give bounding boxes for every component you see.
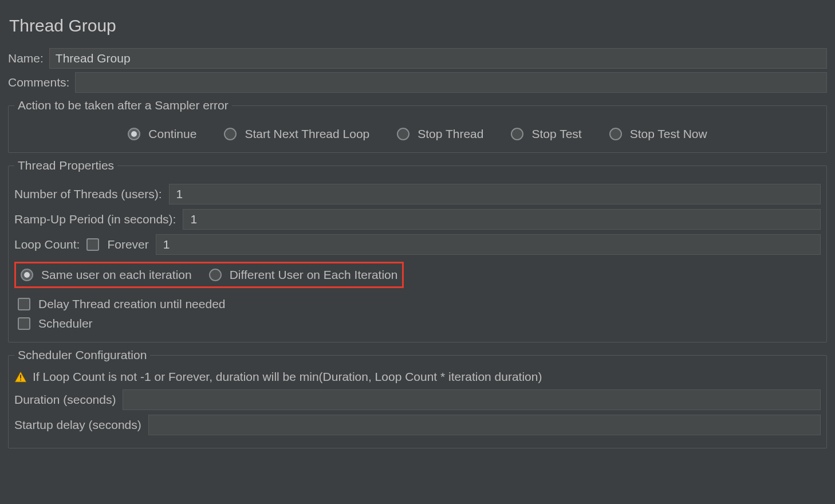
warning-icon: [14, 371, 27, 383]
radio-continue[interactable]: Continue: [128, 127, 196, 141]
radio-label: Continue: [148, 127, 196, 141]
ramp-up-row: Ramp-Up Period (in seconds):: [14, 209, 821, 230]
radio-start-next-thread-loop[interactable]: Start Next Thread Loop: [224, 127, 369, 141]
radio-same-user[interactable]: Same user on each iteration: [21, 268, 192, 282]
num-threads-input[interactable]: [169, 184, 821, 204]
radio-stop-thread[interactable]: Stop Thread: [397, 127, 483, 141]
checkbox-icon: [18, 317, 30, 330]
radio-stop-test-now[interactable]: Stop Test Now: [609, 127, 707, 141]
loop-count-input[interactable]: [156, 234, 821, 255]
forever-label: Forever: [107, 238, 148, 251]
startup-delay-row: Startup delay (seconds): [14, 415, 821, 435]
radio-label: Stop Test: [531, 127, 581, 141]
comments-label: Comments:: [8, 76, 69, 89]
thread-properties-legend: Thread Properties: [14, 159, 117, 172]
startup-delay-label: Startup delay (seconds): [14, 418, 141, 432]
radio-stop-test[interactable]: Stop Test: [511, 127, 581, 141]
duration-label: Duration (seconds): [14, 393, 116, 407]
radio-label: Start Next Thread Loop: [245, 127, 369, 141]
thread-properties-group: Thread Properties Number of Threads (use…: [8, 159, 827, 342]
ramp-up-input[interactable]: [183, 209, 821, 230]
user-per-iteration-highlight: Same user on each iteration Different Us…: [14, 262, 404, 288]
loop-count-row: Loop Count: Forever: [14, 234, 821, 255]
sampler-error-options: Continue Start Next Thread Loop Stop Thr…: [14, 119, 821, 144]
checkbox-icon: [86, 238, 99, 251]
radio-label: Stop Test Now: [630, 127, 707, 141]
duration-input[interactable]: [123, 389, 821, 410]
ramp-up-label: Ramp-Up Period (in seconds):: [14, 212, 176, 226]
radio-icon: [21, 269, 33, 281]
radio-icon: [397, 128, 409, 140]
sampler-error-legend: Action to be taken after a Sampler error: [14, 99, 232, 112]
comments-input[interactable]: [75, 72, 827, 93]
page-title: Thread Group: [9, 16, 827, 36]
radio-icon: [609, 128, 622, 140]
name-input[interactable]: [49, 48, 827, 69]
startup-delay-input[interactable]: [148, 415, 821, 435]
radio-label: Stop Thread: [418, 127, 483, 141]
checkbox-icon: [18, 298, 30, 310]
radio-different-user[interactable]: Different User on Each Iteration: [209, 268, 398, 282]
name-label: Name:: [8, 52, 44, 65]
delay-thread-creation-label: Delay Thread creation until needed: [38, 297, 226, 311]
thread-group-panel: Thread Group Name: Comments: Action to b…: [0, 0, 835, 454]
radio-label: Same user on each iteration: [41, 268, 192, 282]
scheduler-checkbox[interactable]: Scheduler: [18, 317, 93, 330]
radio-icon: [224, 128, 237, 140]
duration-row: Duration (seconds): [14, 389, 821, 410]
num-threads-label: Number of Threads (users):: [14, 187, 162, 201]
name-row: Name:: [8, 48, 827, 69]
radio-icon: [511, 128, 523, 140]
loop-count-label: Loop Count:: [14, 238, 80, 251]
radio-label: Different User on Each Iteration: [230, 268, 398, 282]
scheduler-config-legend: Scheduler Configuration: [14, 348, 150, 362]
svg-rect-1: [20, 380, 21, 381]
sampler-error-group: Action to be taken after a Sampler error…: [8, 99, 827, 153]
scheduler-label: Scheduler: [38, 317, 93, 330]
scheduler-hint-text: If Loop Count is not -1 or Forever, dura…: [33, 370, 542, 384]
forever-checkbox[interactable]: Forever: [86, 238, 148, 251]
comments-row: Comments:: [8, 72, 827, 93]
svg-rect-0: [20, 375, 21, 378]
scheduler-hint-row: If Loop Count is not -1 or Forever, dura…: [14, 370, 821, 384]
radio-icon: [209, 269, 222, 281]
radio-icon: [128, 128, 140, 140]
num-threads-row: Number of Threads (users):: [14, 184, 821, 204]
delay-thread-creation-checkbox[interactable]: Delay Thread creation until needed: [18, 297, 226, 311]
scheduler-config-group: Scheduler Configuration If Loop Count is…: [8, 348, 827, 448]
